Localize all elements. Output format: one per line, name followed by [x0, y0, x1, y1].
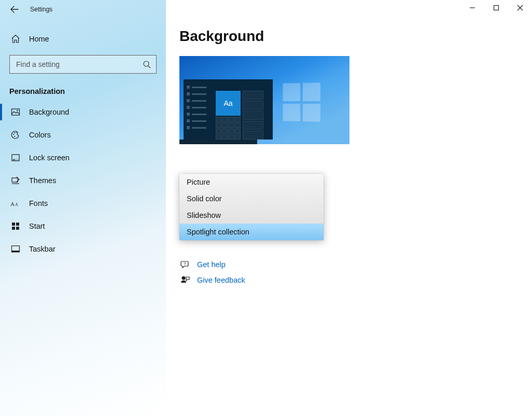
start-icon: [10, 221, 21, 231]
svg-rect-18: [16, 227, 19, 230]
page-title: Background: [179, 28, 532, 45]
home-link[interactable]: Home: [0, 28, 166, 50]
give-feedback-link[interactable]: Give feedback: [197, 276, 245, 284]
windows-logo-icon: [283, 82, 320, 121]
svg-text:?: ?: [184, 261, 186, 266]
svg-point-0: [144, 61, 149, 66]
svg-rect-17: [12, 227, 15, 230]
svg-point-26: [182, 276, 185, 280]
get-help-link[interactable]: Get help: [197, 260, 226, 269]
dropdown-option-solid-color[interactable]: Solid color: [179, 190, 324, 207]
svg-rect-16: [16, 223, 19, 226]
svg-point-3: [17, 110, 18, 111]
svg-rect-22: [494, 6, 499, 10]
nav-item-taskbar[interactable]: Taskbar: [0, 238, 166, 260]
give-feedback-row[interactable]: Give feedback: [179, 275, 532, 285]
nav-item-start[interactable]: Start: [0, 215, 166, 238]
preview-start-menu: Aa: [184, 79, 273, 140]
palette-icon: [10, 130, 21, 140]
close-button[interactable]: [508, 0, 532, 16]
nav-label: Themes: [29, 176, 56, 185]
svg-point-4: [13, 134, 14, 135]
preview-taskbar: [179, 140, 257, 144]
main-area: Background Aa: [166, 0, 532, 416]
dropdown-option-picture[interactable]: Picture: [179, 174, 324, 190]
search-icon: [143, 60, 151, 68]
sidebar: Settings Home Personalization Background: [0, 0, 166, 416]
svg-rect-15: [12, 223, 15, 226]
search-box[interactable]: [9, 55, 157, 74]
titlebar-left: Settings: [0, 0, 166, 19]
minimize-icon: [469, 5, 475, 11]
help-icon: ?: [179, 260, 191, 269]
nav-item-themes[interactable]: Themes: [0, 169, 166, 192]
svg-text:A: A: [10, 201, 15, 207]
dropdown-option-spotlight[interactable]: Spotlight collection: [179, 224, 324, 240]
feedback-icon: [179, 275, 191, 285]
nav-label: Colors: [29, 131, 51, 139]
fonts-icon: AA: [10, 199, 21, 208]
background-preview: Aa: [179, 56, 349, 144]
svg-text:A: A: [15, 202, 18, 207]
lockscreen-icon: [10, 153, 21, 162]
nav-label: Background: [29, 108, 69, 116]
picture-icon: [10, 107, 21, 117]
nav-label: Fonts: [29, 199, 48, 207]
section-label: Personalization: [9, 87, 166, 95]
svg-line-1: [148, 66, 150, 68]
nav-item-colors[interactable]: Colors: [0, 123, 166, 146]
dropdown-option-slideshow[interactable]: Slideshow: [179, 207, 324, 224]
maximize-icon: [493, 5, 499, 11]
close-icon: [517, 5, 523, 11]
nav-item-lockscreen[interactable]: Lock screen: [0, 146, 166, 169]
nav-label: Start: [29, 222, 45, 230]
settings-window: Settings Home Personalization Background: [0, 0, 532, 416]
home-label: Home: [29, 35, 49, 43]
svg-rect-11: [12, 178, 18, 182]
svg-rect-2: [12, 109, 20, 115]
preview-sample-text: Aa: [216, 91, 241, 116]
home-icon: [10, 34, 21, 44]
maximize-button[interactable]: [484, 0, 508, 16]
back-button[interactable]: [6, 1, 23, 18]
svg-point-6: [16, 132, 17, 133]
taskbar-icon: [10, 244, 21, 254]
svg-point-5: [14, 132, 15, 133]
nav-label: Taskbar: [29, 245, 55, 253]
nav-item-background[interactable]: Background: [0, 101, 166, 123]
get-help-row[interactable]: ? Get help: [179, 260, 532, 269]
app-title: Settings: [30, 6, 52, 13]
themes-icon: [10, 176, 21, 185]
svg-point-7: [14, 136, 15, 137]
nav-item-fonts[interactable]: AA Fonts: [0, 192, 166, 215]
arrow-left-icon: [10, 5, 19, 13]
search-input[interactable]: [15, 60, 131, 69]
svg-rect-20: [12, 251, 20, 252]
nav-label: Lock screen: [29, 154, 69, 162]
window-controls: [460, 0, 532, 16]
background-type-dropdown[interactable]: Picture Solid color Slideshow Spotlight …: [179, 174, 324, 240]
minimize-button[interactable]: [460, 0, 484, 16]
